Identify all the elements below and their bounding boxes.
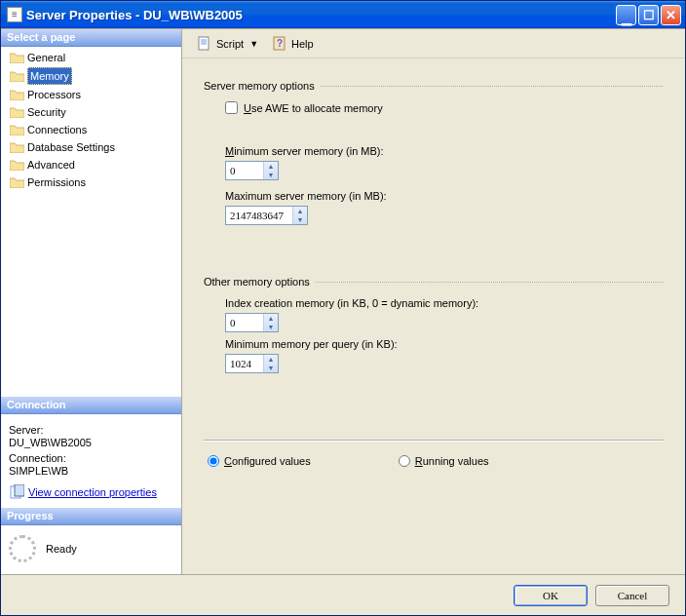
progress-status: Ready [46, 543, 77, 555]
page-icon [9, 88, 24, 101]
max-memory-input[interactable] [226, 207, 292, 224]
min-memory-input[interactable] [226, 162, 263, 179]
min-query-input-wrap: ▲▼ [225, 354, 279, 373]
page-list: General Memory Processors Security Conne… [1, 47, 181, 397]
connection-header: Connection [1, 397, 181, 414]
min-memory-spinner[interactable]: ▲▼ [263, 162, 278, 179]
page-icon [9, 105, 24, 119]
page-icon [9, 123, 24, 136]
page-icon [9, 69, 24, 83]
help-label: Help [291, 38, 314, 50]
footer: OK Cancel [1, 574, 685, 615]
server-label: Server: [9, 424, 173, 436]
help-button[interactable]: ? Help [267, 34, 319, 54]
connection-value: SIMPLE\WB [9, 465, 173, 477]
minimize-button[interactable]: ▁ [616, 5, 636, 25]
server-value: DU_WB\WB2005 [9, 437, 173, 448]
connection-body: Server: DU_WB\WB2005 Connection: SIMPLE\… [1, 414, 181, 508]
app-icon: ≡ [7, 7, 22, 22]
progress-spinner-icon [9, 535, 36, 562]
script-icon [197, 36, 212, 52]
page-label: Permissions [27, 174, 86, 190]
page-label: Advanced [27, 157, 75, 173]
running-values-label: Running values [415, 455, 489, 467]
separator [204, 440, 664, 442]
page-item-processors[interactable]: Processors [1, 86, 181, 103]
max-memory-label: Maximum server memory (in MB): [225, 190, 664, 202]
connection-label: Connection: [9, 452, 173, 464]
ok-button[interactable]: OK [514, 585, 588, 606]
max-memory-spinner[interactable]: ▲▼ [292, 207, 307, 224]
min-query-spinner[interactable]: ▲▼ [263, 355, 278, 372]
page-label: Security [27, 104, 66, 120]
select-page-header: Select a page [1, 29, 181, 47]
page-item-permissions[interactable]: Permissions [1, 173, 181, 191]
page-label: Processors [27, 87, 81, 102]
page-item-database-settings[interactable]: Database Settings [1, 138, 181, 156]
script-label: Script [216, 38, 244, 50]
content-area: Server memory options Use AWE to allocat… [182, 58, 685, 574]
page-icon [9, 158, 24, 172]
left-panel: Select a page General Memory Processors … [1, 29, 182, 574]
toolbar: Script ▼ ? Help [182, 29, 685, 58]
configured-values-label: Configured values [224, 455, 311, 467]
page-label: Connections [27, 122, 87, 137]
server-memory-title: Server memory options [204, 80, 664, 92]
page-icon [9, 51, 24, 64]
progress-header: Progress [1, 508, 181, 525]
page-label: General [27, 50, 65, 65]
running-values-radio[interactable] [399, 455, 410, 467]
window: ≡ Server Properties - DU_WB\WB2005 ▁ ☐ ✕… [0, 0, 686, 616]
use-awe-label: Use AWE to allocate memory [244, 102, 383, 114]
index-memory-spinner[interactable]: ▲▼ [263, 314, 278, 331]
svg-rect-1 [15, 484, 24, 496]
min-memory-label: Minimum server memory (in MB): [225, 145, 664, 157]
max-memory-input-wrap: ▲▼ [225, 206, 308, 225]
properties-icon [9, 484, 24, 500]
script-button[interactable]: Script ▼ [192, 34, 263, 54]
svg-text:?: ? [277, 38, 283, 49]
page-label: Memory [27, 67, 72, 85]
view-connection-link[interactable]: View connection properties [28, 486, 157, 498]
page-icon [9, 175, 24, 189]
page-item-security[interactable]: Security [1, 103, 181, 121]
progress-body: Ready [1, 525, 181, 574]
help-icon: ? [272, 36, 287, 52]
cancel-button[interactable]: Cancel [595, 585, 669, 606]
chevron-down-icon: ▼ [249, 39, 258, 49]
title-text: Server Properties - DU_WB\WB2005 [26, 8, 614, 22]
page-item-advanced[interactable]: Advanced [1, 156, 181, 173]
min-memory-input-wrap: ▲▼ [225, 161, 279, 180]
other-memory-title: Other memory options [204, 276, 664, 288]
right-panel: Script ▼ ? Help Server memory options [182, 29, 685, 574]
page-item-general[interactable]: General [1, 49, 181, 66]
index-memory-input[interactable] [226, 314, 263, 331]
titlebar: ≡ Server Properties - DU_WB\WB2005 ▁ ☐ ✕ [1, 1, 685, 28]
use-awe-checkbox[interactable] [225, 101, 238, 114]
configured-values-radio[interactable] [208, 455, 219, 467]
page-item-connections[interactable]: Connections [1, 121, 181, 138]
min-query-label: Minimum memory per query (in KB): [225, 338, 664, 350]
index-memory-label: Index creation memory (in KB, 0 = dynami… [225, 297, 664, 309]
index-memory-input-wrap: ▲▼ [225, 313, 279, 332]
min-query-input[interactable] [226, 355, 263, 372]
page-icon [9, 140, 24, 154]
page-label: Database Settings [27, 139, 115, 155]
close-button[interactable]: ✕ [661, 5, 681, 25]
page-item-memory[interactable]: Memory [1, 66, 181, 86]
maximize-button[interactable]: ☐ [638, 5, 659, 25]
